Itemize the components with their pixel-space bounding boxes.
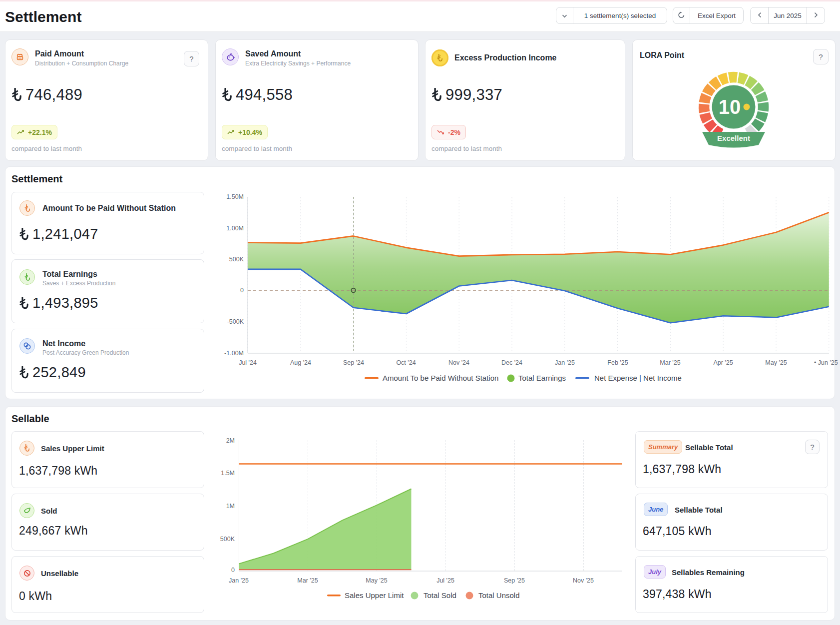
svg-text:Total Earnings: Total Earnings <box>518 374 566 382</box>
svg-text:Apr '25: Apr '25 <box>713 359 733 366</box>
svg-text:Jan '25: Jan '25 <box>229 577 249 584</box>
svg-text:May '25: May '25 <box>765 359 787 366</box>
svg-text:1M: 1M <box>226 503 235 510</box>
svg-text:Net Expense | Net Income: Net Expense | Net Income <box>594 374 682 382</box>
svg-text:Aug '24: Aug '24 <box>290 359 311 366</box>
svg-text:-1.00M: -1.00M <box>224 350 244 357</box>
svg-text:Dec '24: Dec '24 <box>501 359 522 366</box>
svg-text:Sales Upper Limit: Sales Upper Limit <box>345 591 404 600</box>
svg-text:Total Sold: Total Sold <box>423 591 456 600</box>
svg-text:Mar '25: Mar '25 <box>660 359 680 366</box>
svg-text:Sep '24: Sep '24 <box>343 359 364 366</box>
svg-text:Jul '25: Jul '25 <box>436 577 454 584</box>
svg-text:May '25: May '25 <box>366 577 387 584</box>
svg-text:1.50M: 1.50M <box>226 193 244 200</box>
svg-text:Total Unsold: Total Unsold <box>478 591 520 600</box>
svg-text:Jul '24: Jul '24 <box>239 359 257 366</box>
svg-text:-500K: -500K <box>227 318 244 325</box>
svg-text:Sep '25: Sep '25 <box>504 577 525 584</box>
svg-text:2M: 2M <box>226 437 235 444</box>
svg-text:Nov '25: Nov '25 <box>573 577 594 584</box>
svg-text:0: 0 <box>231 567 235 574</box>
svg-text:Oct '24: Oct '24 <box>396 359 416 366</box>
svg-text:Nov '24: Nov '24 <box>448 359 469 366</box>
svg-text:500K: 500K <box>229 256 244 263</box>
svg-text:500K: 500K <box>220 536 235 543</box>
svg-text:Amount To be Paid Without Stat: Amount To be Paid Without Station <box>383 374 498 382</box>
svg-text:Mar '25: Mar '25 <box>297 577 318 584</box>
svg-text:Feb '25: Feb '25 <box>607 359 628 366</box>
svg-text:1.5M: 1.5M <box>221 470 235 477</box>
svg-text:1.00M: 1.00M <box>226 225 244 232</box>
svg-text:• Jun '25: • Jun '25 <box>814 359 838 366</box>
svg-text:0: 0 <box>240 287 244 294</box>
svg-text:Jan '25: Jan '25 <box>555 359 575 366</box>
